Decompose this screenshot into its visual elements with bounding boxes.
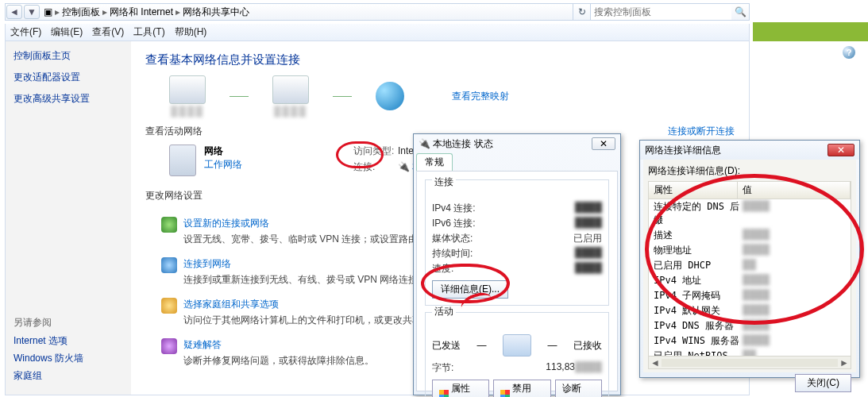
list-item[interactable]: IPv4 DNS 服务器████ bbox=[649, 318, 851, 333]
activity-group-label: 活动 bbox=[432, 306, 456, 317]
nav-back-button[interactable]: ◄ bbox=[6, 5, 22, 19]
control-panel-home[interactable]: 控制面板主页 bbox=[14, 49, 123, 63]
connect-network-icon bbox=[161, 257, 177, 273]
help-icon[interactable]: ? bbox=[843, 46, 855, 59]
see-also-label: 另请参阅 bbox=[14, 316, 123, 330]
shield-icon bbox=[500, 390, 510, 398]
sidebar-link-homegroup[interactable]: 家庭组 bbox=[14, 369, 123, 383]
activity-icon bbox=[503, 334, 531, 357]
list-item[interactable]: IPv4 默认网关████ bbox=[649, 303, 851, 318]
computer-icon bbox=[169, 75, 206, 104]
shield-icon bbox=[439, 390, 449, 398]
dialog-title: 本地连接 状态 bbox=[433, 137, 492, 151]
diagnose-button[interactable]: 诊断(G) bbox=[555, 380, 602, 397]
menu-edit[interactable]: 编辑(E) bbox=[51, 25, 83, 39]
menu-file[interactable]: 文件(F) bbox=[10, 25, 41, 39]
troubleshoot-link[interactable]: 疑难解答 bbox=[183, 339, 222, 350]
adapter-icon: 🔌 bbox=[419, 138, 430, 149]
homegroup-icon bbox=[161, 298, 177, 314]
access-type-label: 访问类型: bbox=[353, 145, 398, 158]
sidebar-adapter-settings[interactable]: 更改适配器设置 bbox=[14, 71, 123, 84]
col-property[interactable]: 属性 bbox=[649, 182, 738, 198]
details-list: 连接特定的 DNS 后缀████ 描述████ 物理地址████ 已启用 DHC… bbox=[648, 199, 851, 357]
duration-label: 持续时间: bbox=[432, 247, 473, 260]
properties-button[interactable]: 属性(P) bbox=[432, 380, 489, 397]
media-state-label: 媒体状态: bbox=[432, 232, 473, 245]
internet-icon bbox=[376, 82, 404, 110]
sidebar-link-firewall[interactable]: Windows 防火墙 bbox=[14, 352, 123, 365]
troubleshoot-icon bbox=[161, 338, 177, 354]
active-networks-header: 查看活动网络 bbox=[145, 125, 203, 137]
list-item[interactable]: 物理地址████ bbox=[649, 243, 851, 258]
list-header: 属性 值 bbox=[648, 181, 851, 199]
ipv4-value: ████ bbox=[575, 202, 602, 215]
control-panel-icon: ▣ bbox=[44, 6, 52, 17]
search-input[interactable] bbox=[591, 4, 731, 20]
horizontal-scrollbar[interactable]: ◄► bbox=[648, 357, 851, 369]
setup-new-connection-link[interactable]: 设置新的连接或网络 bbox=[183, 218, 269, 229]
menu-help[interactable]: 帮助(H) bbox=[175, 25, 207, 39]
network-icon bbox=[272, 75, 309, 104]
sidebar-advanced-sharing[interactable]: 更改高级共享设置 bbox=[14, 92, 123, 106]
sidebar-link-internet-options[interactable]: Internet 选项 bbox=[14, 334, 123, 348]
breadcrumb-item[interactable]: 网络和共享中心 bbox=[183, 6, 249, 19]
dash-icon: — bbox=[548, 340, 557, 351]
sent-label: 已发送 bbox=[432, 339, 461, 353]
homegroup-sharing-link[interactable]: 选择家庭组和共享选项 bbox=[183, 299, 279, 310]
tab-general[interactable]: 常规 bbox=[416, 153, 453, 171]
scroll-left-icon[interactable]: ◄ bbox=[649, 357, 662, 368]
option-desc: 诊断并修复网络问题，或获得故障排除信息。 bbox=[183, 354, 374, 368]
menu-view[interactable]: 查看(V) bbox=[92, 25, 124, 39]
details-button[interactable]: 详细信息(E)... bbox=[432, 280, 508, 299]
list-item[interactable]: IPv4 地址████ bbox=[649, 273, 851, 288]
connection-label: 连接: bbox=[353, 160, 398, 174]
refresh-button[interactable]: ↻ bbox=[573, 4, 590, 20]
ipv6-value: ████ bbox=[575, 217, 602, 230]
connection-status-dialog: 🔌 本地连接 状态✕ 常规 连接 IPv4 连接:████ IPv6 连接:██… bbox=[413, 133, 621, 395]
list-item[interactable]: IPv4 子网掩码████ bbox=[649, 288, 851, 303]
speed-value: ████ bbox=[575, 262, 602, 276]
search-box: 🔍 bbox=[590, 4, 749, 20]
list-item[interactable]: 描述████ bbox=[649, 228, 851, 243]
list-item[interactable]: IPv4 WINS 服务器████ bbox=[649, 333, 851, 349]
new-connection-icon bbox=[161, 217, 177, 233]
connect-disconnect-link[interactable]: 连接或断开连接 bbox=[668, 125, 735, 138]
close-icon[interactable]: ✕ bbox=[827, 144, 854, 156]
details-label: 网络连接详细信息(D): bbox=[648, 164, 851, 178]
bytes-label: 字节: bbox=[432, 361, 453, 375]
bytes-sent-value: 113,83 bbox=[546, 361, 575, 372]
disable-button[interactable]: 禁用(D) bbox=[493, 380, 551, 397]
connect-to-network-link[interactable]: 连接到网络 bbox=[183, 258, 231, 269]
close-button[interactable]: 关闭(C) bbox=[795, 374, 851, 392]
network-category-icon bbox=[169, 145, 196, 176]
ipv6-label: IPv6 连接: bbox=[432, 217, 476, 230]
list-item[interactable]: 连接特定的 DNS 后缀████ bbox=[649, 199, 851, 228]
list-item[interactable]: 已启用 NetBIOS ov...██ bbox=[649, 349, 851, 357]
sidebar: 控制面板主页 更改适配器设置 更改高级共享设置 另请参阅 Internet 选项… bbox=[6, 41, 131, 395]
dash-icon: — bbox=[477, 340, 487, 351]
menu-tools[interactable]: 工具(T) bbox=[133, 25, 164, 39]
media-state-value: 已启用 bbox=[573, 232, 602, 245]
search-icon[interactable]: 🔍 bbox=[731, 6, 749, 17]
breadcrumb[interactable]: ▣ ▸ 控制面板 ▸ 网络和 Internet ▸ 网络和共享中心 bbox=[41, 4, 573, 20]
link-line-icon: —— bbox=[333, 91, 352, 102]
ipv4-label: IPv4 连接: bbox=[432, 202, 476, 215]
received-label: 已接收 bbox=[573, 339, 602, 353]
breadcrumb-item[interactable]: 网络和 Internet bbox=[110, 6, 173, 19]
list-item[interactable]: 已启用 DHCP██ bbox=[649, 258, 851, 273]
connection-group-label: 连接 bbox=[432, 176, 456, 187]
view-full-map-link[interactable]: 查看完整映射 bbox=[452, 90, 509, 103]
breadcrumb-item[interactable]: 控制面板 bbox=[62, 6, 100, 19]
nav-forward-button[interactable]: ▼ bbox=[24, 5, 40, 19]
network-name: 网络 bbox=[204, 145, 242, 158]
option-desc: 连接到或重新连接到无线、有线、拨号或 VPN 网络连接。 bbox=[183, 273, 427, 287]
option-desc: 访问位于其他网络计算机上的文件和打印机，或更改共享设置。 bbox=[183, 314, 450, 327]
scroll-right-icon[interactable]: ► bbox=[838, 357, 851, 368]
col-value[interactable]: 值 bbox=[738, 182, 851, 198]
close-icon[interactable]: ✕ bbox=[592, 137, 615, 150]
network-type-link[interactable]: 工作网络 bbox=[204, 159, 242, 170]
speed-label: 速度: bbox=[432, 262, 453, 276]
duration-value: ████ bbox=[575, 247, 602, 260]
page-title: 查看基本网络信息并设置连接 bbox=[145, 52, 735, 67]
link-line-icon: —— bbox=[230, 91, 249, 102]
